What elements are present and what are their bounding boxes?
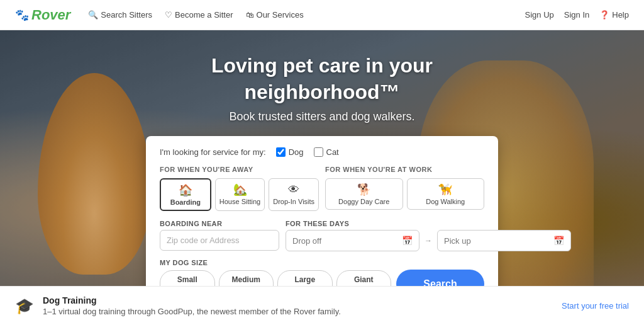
- hero-headline: Loving pet care in your neighborhood™: [190, 53, 454, 105]
- training-icon: 🎓: [15, 297, 34, 315]
- dog-checkbox[interactable]: [276, 147, 286, 157]
- training-banner: 🎓 Dog Training 1–1 virtual dog training …: [0, 286, 644, 325]
- work-buttons: 🐕 Doggy Day Care 🦮 Dog Walking: [325, 178, 484, 210]
- doggy-daycare-btn[interactable]: 🐕 Doggy Day Care: [325, 178, 403, 210]
- pickup-field[interactable]: 📅: [437, 230, 571, 251]
- dog-walking-label: Dog Walking: [426, 198, 465, 205]
- training-description: 1–1 virtual dog training through GoodPup…: [43, 307, 553, 316]
- dog-walking-btn[interactable]: 🦮 Dog Walking: [407, 178, 485, 210]
- cat-label: Cat: [326, 147, 339, 157]
- pet-selector-label: I'm looking for service for my:: [160, 147, 266, 157]
- cat-option[interactable]: Cat: [314, 147, 339, 157]
- calendar-icon: 📅: [402, 236, 413, 246]
- drop-in-icon: 👁: [288, 184, 299, 195]
- search-icon: 🔍: [88, 10, 98, 20]
- dropoff-field[interactable]: 📅: [286, 230, 419, 251]
- training-title: Dog Training: [43, 295, 553, 305]
- signin-link[interactable]: Sign In: [564, 10, 589, 20]
- cat-checkbox[interactable]: [314, 147, 323, 157]
- training-link[interactable]: Start your free trial: [562, 301, 629, 311]
- work-label: For When You're At Work: [325, 166, 484, 173]
- location-label: Boarding near: [160, 220, 279, 227]
- hero-subheadline: Book trusted sitters and dog walkers.: [190, 110, 454, 123]
- search-sitters-link[interactable]: 🔍 Search Sitters: [88, 10, 152, 20]
- away-buttons: 🏠 Boarding 🏡 House Sitting 👁 Drop-In Vis…: [160, 178, 319, 211]
- work-services: For When You're At Work 🐕 Doggy Day Care…: [325, 166, 484, 211]
- house-sitting-btn[interactable]: 🏡 House Sitting: [215, 178, 265, 211]
- house-sitting-icon: 🏡: [233, 184, 247, 195]
- nav-links: 🔍 Search Sitters ♡ Become a Sitter 🛍 Our…: [88, 10, 525, 20]
- arrow-icon: →: [425, 236, 432, 245]
- away-services: For When You're Away 🏠 Boarding 🏡 House …: [160, 166, 319, 211]
- house-sitting-label: House Sitting: [219, 198, 260, 205]
- dropoff-input[interactable]: [292, 236, 398, 246]
- logo-text: Rover: [31, 7, 70, 23]
- dates-group: For these days 📅 → 📅: [286, 220, 571, 251]
- service-columns: For When You're Away 🏠 Boarding 🏡 House …: [160, 166, 484, 211]
- drop-in-btn[interactable]: 👁 Drop-In Visits: [269, 178, 319, 211]
- boarding-label: Boarding: [170, 198, 201, 206]
- pickup-input[interactable]: [444, 236, 550, 246]
- nav-right: Sign Up Sign In ❓ Help: [525, 10, 629, 20]
- dog-label: Dog: [289, 147, 304, 157]
- signup-link[interactable]: Sign Up: [525, 10, 554, 20]
- pet-selector: I'm looking for service for my: Dog Cat: [160, 147, 484, 157]
- heart-icon: ♡: [165, 10, 172, 20]
- dog-walking-icon: 🦮: [438, 184, 452, 195]
- location-group: Boarding near: [160, 220, 279, 251]
- location-dates-row: Boarding near For these days 📅 → 📅: [160, 220, 484, 251]
- logo[interactable]: 🐾 Rover: [15, 7, 70, 23]
- calendar-icon-2: 📅: [553, 236, 564, 246]
- our-services-link[interactable]: 🛍 Our Services: [246, 10, 304, 20]
- doggy-daycare-label: Doggy Day Care: [338, 198, 389, 205]
- boarding-btn[interactable]: 🏠 Boarding: [160, 178, 211, 211]
- boarding-icon: 🏠: [179, 185, 192, 196]
- help-link[interactable]: ❓ Help: [599, 10, 629, 20]
- services-icon: 🛍: [246, 10, 254, 20]
- doggy-daycare-icon: 🐕: [357, 184, 371, 195]
- dog-option[interactable]: Dog: [276, 147, 304, 157]
- hero-content: Loving pet care in your neighborhood™ Bo…: [190, 30, 454, 123]
- hero-section: Loving pet care in your neighborhood™ Bo…: [0, 30, 644, 325]
- paw-icon: 🐾: [15, 8, 29, 22]
- dates-label: For these days: [286, 220, 571, 227]
- help-icon: ❓: [599, 10, 609, 20]
- size-label: My Dog Size: [160, 259, 391, 266]
- training-text: Dog Training 1–1 virtual dog training th…: [43, 295, 553, 316]
- location-input[interactable]: [160, 230, 279, 251]
- navbar: 🐾 Rover 🔍 Search Sitters ♡ Become a Sitt…: [0, 0, 644, 30]
- become-sitter-link[interactable]: ♡ Become a Sitter: [165, 10, 233, 20]
- away-label: For When You're Away: [160, 166, 319, 173]
- drop-in-label: Drop-In Visits: [273, 198, 314, 205]
- search-card: I'm looking for service for my: Dog Cat …: [146, 136, 498, 311]
